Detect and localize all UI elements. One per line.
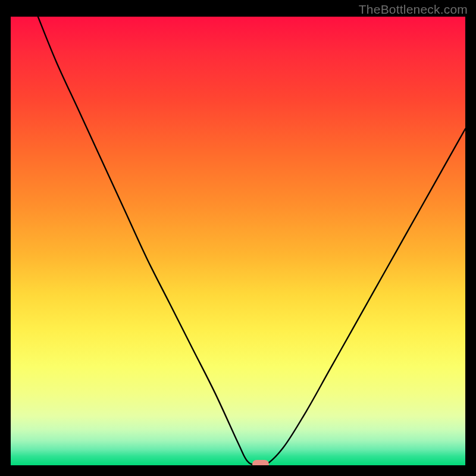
bottleneck-curve-path bbox=[38, 17, 465, 465]
plot-area bbox=[11, 17, 465, 465]
chart-frame: TheBottleneck.com bbox=[0, 0, 476, 476]
watermark-text: TheBottleneck.com bbox=[359, 2, 468, 17]
curve-layer bbox=[11, 17, 465, 465]
optimum-marker bbox=[252, 460, 269, 465]
